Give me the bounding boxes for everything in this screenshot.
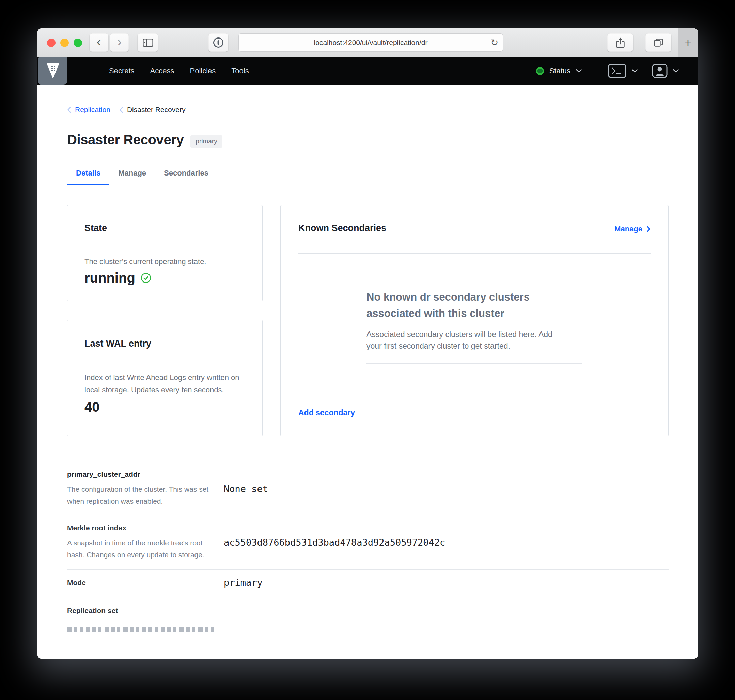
tab-bar: Details Manage Secondaries: [67, 169, 669, 185]
state-value: running: [85, 270, 135, 285]
last-wal-value: 40: [85, 399, 245, 415]
state-card-title: State: [85, 223, 245, 234]
tabs-overview-icon: [653, 38, 663, 47]
last-wal-title: Last WAL entry: [85, 338, 245, 349]
detail-value: None set: [224, 484, 268, 494]
known-secondaries-card: Known Secondaries Manage No known dr sec…: [280, 205, 669, 436]
detail-row-mode: Mode primary: [67, 570, 669, 597]
detail-value: ac5503d8766bd531d3bad478a3d92a505972042c: [224, 537, 445, 548]
detail-label: primary_cluster_addr: [67, 470, 224, 478]
console-icon: [608, 64, 626, 78]
known-secondaries-title: Known Secondaries: [298, 223, 386, 234]
breadcrumb: Replication Disaster Recovery: [67, 85, 669, 114]
detail-label: Merkle root index: [67, 524, 224, 532]
vault-logo[interactable]: [38, 57, 67, 85]
browser-toolbar: ‹ › localhost:4200/ui/vau: [37, 28, 698, 57]
empty-state-message: Associated secondary clusters will be li…: [367, 328, 568, 352]
last-wal-description: Index of last Write Ahead Logs entry wri…: [85, 372, 241, 396]
detail-value: primary: [224, 577, 263, 588]
vault-navbar: Secrets Access Policies Tools Status: [37, 57, 698, 85]
back-button[interactable]: ‹: [89, 34, 108, 52]
page-title: Disaster Recovery: [67, 132, 183, 147]
breadcrumb-link[interactable]: Replication: [75, 106, 110, 114]
zoom-window-button[interactable]: [73, 38, 82, 47]
breadcrumb-replication[interactable]: Replication: [67, 106, 110, 114]
add-secondary-link[interactable]: Add secondary: [298, 408, 650, 418]
vault-logo-icon: [47, 63, 60, 79]
plus-icon: +: [685, 36, 691, 49]
detail-row-merkle-root-index: Merkle root index A snapshot in time of …: [67, 516, 669, 570]
status-dot-icon: [536, 67, 544, 75]
address-bar[interactable]: localhost:4200/ui/vault/replication/dr ↻: [238, 34, 503, 52]
show-tabs-button[interactable]: [646, 34, 671, 52]
nav-links: Secrets Access Policies Tools: [109, 66, 249, 75]
forward-button[interactable]: ›: [110, 34, 129, 52]
empty-state-title: No known dr secondary clusters associate…: [367, 289, 559, 322]
traffic-lights: [47, 38, 82, 47]
check-circle-icon: [141, 273, 151, 283]
breadcrumb-disaster-recovery: Disaster Recovery: [119, 106, 186, 114]
tab-details[interactable]: Details: [67, 169, 109, 185]
manage-link-label: Manage: [615, 225, 643, 234]
page-content: Replication Disaster Recovery Disaster R…: [37, 85, 698, 659]
chevron-down-icon: [632, 69, 638, 73]
chevron-left-icon: [67, 107, 71, 113]
state-card-description: The cluster’s current operating state.: [85, 257, 245, 266]
tab-secondaries[interactable]: Secondaries: [155, 169, 217, 185]
state-card: State The cluster’s current operating st…: [67, 205, 263, 301]
last-wal-card: Last WAL entry Index of last Write Ahead…: [67, 320, 263, 436]
replication-details-list: primary_cluster_addr The configuration o…: [67, 463, 669, 632]
reload-icon[interactable]: ↻: [490, 37, 498, 48]
detail-description: A snapshot in time of the merkle tree's …: [67, 537, 211, 560]
console-menu[interactable]: [608, 64, 638, 78]
detail-label: Mode: [67, 579, 224, 587]
sidebar-icon: [143, 38, 153, 47]
share-icon: [616, 37, 625, 48]
chevron-left-icon: [119, 107, 123, 113]
nav-item-access[interactable]: Access: [150, 66, 175, 75]
close-window-button[interactable]: [47, 38, 56, 47]
breadcrumb-current: Disaster Recovery: [127, 106, 186, 114]
minimize-window-button[interactable]: [60, 38, 69, 47]
nav-item-tools[interactable]: Tools: [231, 66, 249, 75]
card-divider: [298, 253, 650, 254]
tab-manage[interactable]: Manage: [109, 169, 155, 185]
nav-item-secrets[interactable]: Secrets: [109, 66, 135, 75]
chevron-down-icon: [673, 69, 679, 73]
browser-window: ‹ › localhost:4200/ui/vau: [37, 28, 698, 659]
nav-divider: [595, 63, 595, 79]
detail-label: Replication set: [67, 607, 224, 615]
nav-item-policies[interactable]: Policies: [190, 66, 216, 75]
extension-icon: [213, 37, 224, 49]
detail-row-replication-set: Replication set: [67, 597, 669, 632]
manage-link[interactable]: Manage: [615, 225, 650, 234]
person-icon: [652, 64, 668, 78]
new-tab-button[interactable]: +: [678, 28, 698, 57]
status-menu[interactable]: Status: [536, 66, 582, 75]
empty-state: No known dr secondary clusters associate…: [367, 289, 582, 364]
extension-button[interactable]: [208, 34, 228, 52]
sidebar-toggle-button[interactable]: [138, 34, 158, 52]
chevron-right-icon: [647, 226, 650, 232]
detail-row-primary-cluster-addr: primary_cluster_addr The configuration o…: [67, 463, 669, 516]
mode-badge: primary: [191, 135, 222, 147]
detail-description: The configuration of the cluster. This w…: [67, 483, 211, 507]
chevron-down-icon: [576, 69, 582, 73]
user-menu[interactable]: [652, 64, 679, 78]
share-button[interactable]: [607, 34, 633, 52]
clipped-text-sliver: [67, 627, 216, 632]
status-label: Status: [549, 66, 571, 75]
url-text: localhost:4200/ui/vault/replication/dr: [314, 38, 428, 47]
